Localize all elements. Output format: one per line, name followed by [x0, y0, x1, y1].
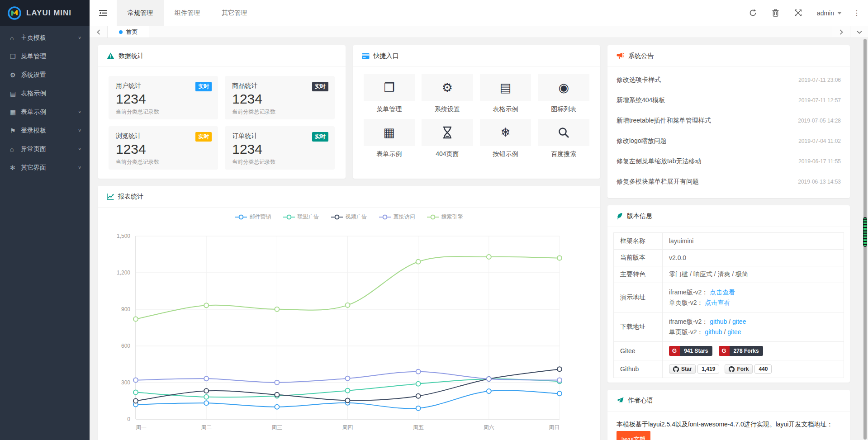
version-card-title: 版本信息: [627, 212, 652, 220]
github-count: 440: [754, 364, 772, 374]
legend-marker-icon: [235, 214, 247, 220]
legend-item-视频广告[interactable]: 视频广告: [331, 213, 367, 221]
legend-marker-icon: [379, 214, 391, 220]
quick-entry-label: 百度搜索: [538, 150, 589, 158]
realtime-badge: 实时: [312, 132, 328, 142]
quick-entry-菜单管理[interactable]: ❒菜单管理: [364, 74, 415, 114]
quick-entry-表单示例[interactable]: ▦表单示例: [364, 119, 415, 158]
version-row: 当前版本v2.0.0: [614, 250, 844, 266]
svg-text:1,200: 1,200: [117, 270, 130, 276]
asterisk-icon: ✻: [10, 164, 21, 171]
quick-entry-box: ◉: [538, 74, 589, 101]
quick-entry-百度搜索[interactable]: 百度搜索: [538, 119, 589, 158]
legend-item-邮件营销[interactable]: 邮件营销: [235, 213, 271, 221]
fullscreen-button[interactable]: [787, 0, 810, 26]
topbar: 常规管理组件管理其它管理: [90, 0, 868, 26]
credit-card-icon: [362, 53, 370, 59]
more-options-button[interactable]: ⋮: [849, 0, 864, 26]
sidebar-item-4[interactable]: ▤表格示例: [0, 84, 90, 103]
author-line1: 本模板基于layui2.5.4以及font-awesome-4.7.0进行实现。…: [617, 421, 833, 428]
stat-desc: 当前分类总记录数: [232, 158, 327, 166]
quick-entry-图标列表[interactable]: ◉图标列表: [538, 74, 589, 114]
sidebar-item-label: 登录模板: [21, 127, 78, 135]
version-link-line: 单页版-v2： 点击查看: [669, 298, 837, 308]
version-row-value: G941 StarsG278 Forks: [663, 342, 844, 360]
tabs-scroll-left-button[interactable]: [90, 26, 108, 38]
refresh-icon: [749, 9, 757, 17]
legend-item-直接访问[interactable]: 直接访问: [379, 213, 415, 221]
clear-cache-button[interactable]: [764, 0, 787, 26]
tab-home[interactable]: 首页: [108, 26, 149, 38]
quick-entry-label: 按钮示例: [480, 150, 531, 158]
collapse-sidebar-button[interactable]: [90, 0, 117, 26]
gitee-badge[interactable]: G278 Forks: [719, 346, 763, 356]
announcement-row: 修改logo缩放问题2019-07-04 11:02: [617, 131, 841, 151]
announcement-title: 修改logo缩放问题: [617, 137, 666, 145]
scrollbar-thumb[interactable]: [863, 217, 867, 247]
outdent-icon: [99, 9, 107, 17]
github-badge[interactable]: Star1,419: [669, 364, 719, 374]
chart-legend: 邮件营销联盟广告视频广告直接访问搜索引擎: [98, 208, 600, 222]
sidebar-item-1[interactable]: ⌂主页模板∨: [0, 28, 90, 47]
realtime-badge: 实时: [195, 132, 212, 142]
quick-entry-box: [422, 119, 473, 146]
stat-value: 1234: [232, 91, 327, 107]
quick-entry-表格示例[interactable]: ▤表格示例: [480, 74, 531, 114]
announcement-title: 新增系统404模板: [617, 96, 665, 104]
module-tab-3[interactable]: 其它管理: [211, 0, 258, 26]
sidebar-item-label: 主页模板: [21, 34, 78, 42]
stats-card: 数据统计 用户统计实时1234当前分类总记录数商品统计实时1234当前分类总记录…: [98, 45, 346, 179]
announcement-date: 2019-07-11 12:57: [798, 97, 841, 104]
sidebar-item-3[interactable]: ⚙系统设置: [0, 66, 90, 84]
quick-entry-label: 404页面: [422, 150, 473, 158]
svg-text:900: 900: [121, 306, 130, 312]
active-tab-dot: [119, 30, 123, 34]
announcements-card-title: 系统公告: [628, 52, 654, 60]
sidebar-item-2[interactable]: ❒菜单管理: [0, 47, 90, 66]
legend-label: 邮件营销: [250, 213, 271, 221]
sidebar-item-6[interactable]: ⚑登录模板∨: [0, 121, 90, 140]
legend-item-搜索引擎[interactable]: 搜索引擎: [427, 213, 463, 221]
quick-entry-box: ⚙: [422, 74, 473, 101]
sidebar-item-label: 菜单管理: [21, 52, 81, 61]
gitee-badge[interactable]: G941 Stars: [669, 346, 712, 356]
version-row-value: Star1,419Fork440: [663, 360, 844, 378]
link-点击查看[interactable]: 点击查看: [710, 289, 735, 296]
logo[interactable]: LAYUI MINI: [0, 0, 90, 26]
version-row-label: Github: [614, 360, 663, 378]
sidebar-item-5[interactable]: ▦表单示例∨: [0, 103, 90, 121]
file-text-icon: ▤: [10, 90, 21, 97]
stat-panel: 浏览统计实时1234当前分类总记录数: [109, 126, 218, 170]
link-github[interactable]: github: [710, 318, 727, 325]
link-gitee[interactable]: gitee: [732, 318, 746, 325]
stat-value: 1234: [116, 91, 211, 107]
sidebar-item-7[interactable]: ⌂异常页面∨: [0, 140, 90, 158]
gitee-badge-count: 278 Forks: [730, 346, 763, 356]
module-tab-2[interactable]: 组件管理: [164, 0, 211, 26]
module-tab-1[interactable]: 常规管理: [117, 0, 164, 26]
version-row: GithubStar1,419Fork440: [614, 360, 844, 378]
refresh-button[interactable]: [742, 0, 764, 26]
github-badge[interactable]: Fork440: [725, 364, 772, 374]
quick-entry-系统设置[interactable]: ⚙系统设置: [422, 74, 473, 114]
tabs-scroll-right-button[interactable]: [832, 26, 850, 38]
layui-doc-button[interactable]: layui文档: [617, 431, 650, 440]
legend-marker-icon: [331, 214, 343, 220]
link-gitee[interactable]: gitee: [727, 328, 741, 336]
user-menu[interactable]: admin: [810, 0, 849, 26]
leaf-icon: [617, 213, 623, 220]
link-github[interactable]: github: [705, 328, 722, 336]
legend-item-联盟广告[interactable]: 联盟广告: [283, 213, 319, 221]
sidebar-item-8[interactable]: ✻其它界面∨: [0, 158, 90, 177]
link-点击查看[interactable]: 点击查看: [705, 299, 730, 306]
author-card-title: 作者心语: [628, 397, 653, 405]
chevron-left-icon: [97, 29, 100, 35]
calendar-icon: ▦: [384, 127, 395, 139]
scrollbar-track[interactable]: [863, 39, 867, 440]
svg-text:0: 0: [127, 416, 130, 422]
tabs-menu-button[interactable]: [850, 26, 868, 38]
report-chart-card: 报表统计 邮件营销联盟广告视频广告直接访问搜索引擎 03006009001,20…: [98, 186, 600, 440]
quick-card-title: 快捷入口: [374, 52, 399, 60]
quick-entry-按钮示例[interactable]: ❄按钮示例: [480, 119, 531, 158]
quick-entry-404页面[interactable]: 404页面: [422, 119, 473, 158]
